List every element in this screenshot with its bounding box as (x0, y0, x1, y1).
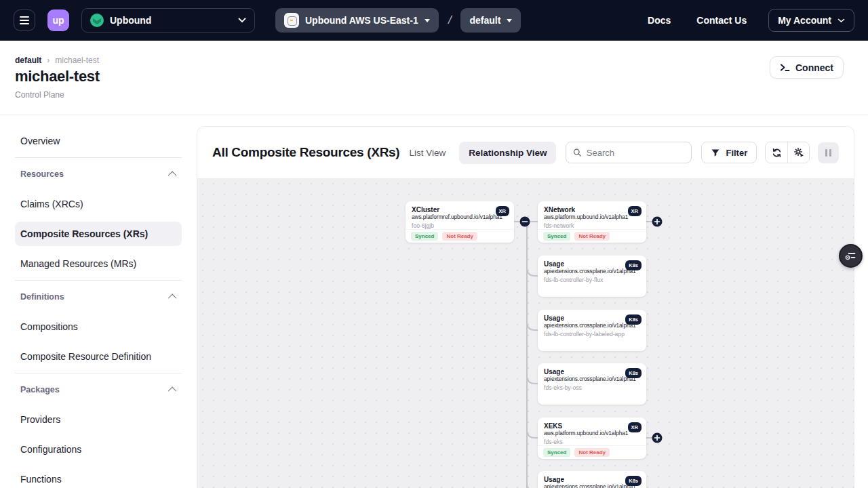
graph-node-usage[interactable]: Usage apiextensions.crossplane.io/v1alph… (538, 310, 646, 351)
path-separator: / (447, 14, 453, 27)
control-plane-name: default (469, 15, 500, 26)
search-icon (573, 148, 581, 157)
synced-status-badge: Synced (543, 448, 570, 457)
divider (15, 157, 182, 158)
chevron-down-icon (238, 18, 246, 23)
kind-badge: K8s (625, 476, 642, 486)
gear-play-icon (793, 147, 804, 158)
relationship-graph-canvas[interactable]: XCluster aws.platformref.upbound.io/v1al… (197, 178, 854, 488)
list-view-tab[interactable]: List View (399, 142, 455, 164)
kind-badge: K8s (625, 368, 642, 378)
graph-actions (765, 142, 810, 163)
graph-legend-button[interactable] (839, 244, 863, 268)
chevron-up-icon (168, 293, 177, 302)
kind-badge: XR (628, 422, 642, 432)
main-toolbar: All Composite Resources (XRs) List View … (197, 127, 854, 178)
nav-link-contact-us[interactable]: Contact Us (696, 15, 747, 26)
main-panel: All Composite Resources (XRs) List View … (197, 126, 854, 488)
app-page: up Upbound Upbound AWS US-East-1 / defau… (0, 0, 868, 488)
control-plane-selector[interactable]: default (460, 8, 521, 33)
node-name: fds-eks-by-oss (544, 384, 640, 391)
sidebar-section-packages[interactable]: Packages (15, 375, 182, 405)
graph-node-xcluster[interactable]: XCluster aws.platformref.upbound.io/v1al… (406, 201, 514, 243)
expand-node-button[interactable] (652, 433, 663, 443)
upbound-logo[interactable]: up (47, 9, 69, 31)
node-kind: XEKS (544, 422, 640, 430)
breadcrumb-current: michael-test (55, 56, 99, 65)
sidebar-item-overview[interactable]: Overview (15, 126, 182, 156)
node-name: fds-network (544, 222, 640, 229)
group-icon (284, 13, 299, 28)
organization-selector[interactable]: Upbound (81, 8, 255, 33)
node-name: fds-eks (544, 439, 640, 445)
graph-node-usage[interactable]: Usage apiextensions.crossplane.io/v1alph… (538, 363, 646, 405)
connect-label: Connect (795, 62, 833, 73)
kind-badge: XR (628, 206, 642, 216)
node-kind: XCluster (412, 206, 508, 214)
my-account-label: My Account (778, 15, 831, 26)
kind-badge: K8s (625, 260, 642, 270)
sidebar-item-configurations[interactable]: Configurations (15, 434, 182, 464)
refresh-button[interactable] (766, 142, 787, 163)
connect-button[interactable]: Connect (770, 56, 844, 79)
chevron-up-icon (168, 386, 177, 395)
page-header: default › michael-test michael-test Cont… (0, 41, 868, 115)
search-input[interactable] (587, 148, 685, 158)
ready-status-badge: Not Ready (574, 232, 610, 241)
collapse-node-button[interactable] (520, 217, 530, 227)
sidebar-item-providers[interactable]: Providers (15, 405, 182, 434)
node-api-version: aws.platform.upbound.io/v1alpha1 (544, 214, 640, 220)
sidebar-item-composite-resources[interactable]: Composite Resources (XRs) (15, 222, 182, 246)
synced-status-badge: Synced (543, 232, 570, 241)
ready-status-badge: Not Ready (442, 232, 477, 241)
filter-funnel-icon (711, 148, 720, 157)
graph-node-usage[interactable]: Usage apiextensions.crossplane.io/v1alph… (538, 256, 646, 297)
page-subtitle: Control Plane (15, 90, 64, 100)
sidebar-item-compositions[interactable]: Compositions (15, 312, 182, 342)
sidebar-item-functions[interactable]: Functions (15, 464, 182, 488)
node-name: fds-lb-controller-by-flux (544, 277, 640, 283)
relationship-view-tab[interactable]: Relationship View (459, 142, 556, 164)
node-api-version: aws.platformref.upbound.io/v1alpha1 (412, 214, 508, 220)
hamburger-menu-button[interactable] (14, 9, 35, 31)
divider (15, 280, 182, 281)
refresh-icon (772, 148, 782, 158)
organization-avatar (90, 14, 104, 27)
search-box[interactable] (566, 142, 692, 163)
graph-node-xnetwork[interactable]: XNetwork aws.platform.upbound.io/v1alpha… (538, 201, 646, 243)
auto-run-settings-button[interactable] (787, 142, 809, 163)
terminal-icon (780, 63, 790, 72)
expand-node-button[interactable] (652, 217, 663, 227)
sidebar-section-definitions[interactable]: Definitions (15, 282, 182, 312)
filter-button[interactable]: Filter (701, 142, 757, 163)
breadcrumb-parent[interactable]: default (15, 56, 41, 65)
node-name: fds-lb-controller-by-labeled-app (544, 331, 640, 338)
group-selector[interactable]: Upbound AWS US-East-1 (275, 8, 439, 33)
synced-status-badge: Synced (411, 232, 438, 241)
divider (15, 373, 182, 373)
top-navbar: up Upbound Upbound AWS US-East-1 / defau… (0, 0, 868, 41)
breadcrumb: default › michael-test (15, 56, 99, 65)
sidebar-item-composite-resource-definition[interactable]: Composite Resource Definition (15, 342, 182, 371)
chevron-up-icon (168, 171, 177, 180)
kind-badge: K8s (625, 314, 642, 325)
organization-name: Upbound (110, 15, 232, 26)
sidebar-item-managed-resources[interactable]: Managed Resources (MRs) (15, 249, 182, 279)
nav-link-docs[interactable]: Docs (648, 15, 671, 26)
sidebar-section-resources[interactable]: Resources (15, 159, 182, 189)
main-title: All Composite Resources (XRs) (212, 145, 399, 160)
sidebar: Overview Resources Claims (XRCs) Composi… (0, 116, 197, 488)
ready-status-badge: Not Ready (574, 448, 610, 457)
graph-node-usage[interactable]: Usage apiextensions.crossplane.io/v1alph… (538, 471, 646, 488)
graph-node-xeks[interactable]: XEKS aws.platform.upbound.io/v1alpha1 fd… (538, 418, 646, 459)
caret-down-icon (507, 19, 512, 22)
my-account-menu[interactable]: My Account (768, 9, 854, 32)
sidebar-item-claims[interactable]: Claims (XRCs) (15, 189, 182, 219)
breadcrumb-chevron-icon: › (47, 56, 50, 65)
page-title: michael-test (15, 68, 100, 85)
pause-button[interactable] (818, 142, 839, 163)
node-kind: XNetwork (544, 206, 640, 214)
node-name: foo-6jgjb (412, 222, 508, 229)
chevron-down-icon (837, 18, 845, 23)
graph-edges (197, 178, 854, 488)
